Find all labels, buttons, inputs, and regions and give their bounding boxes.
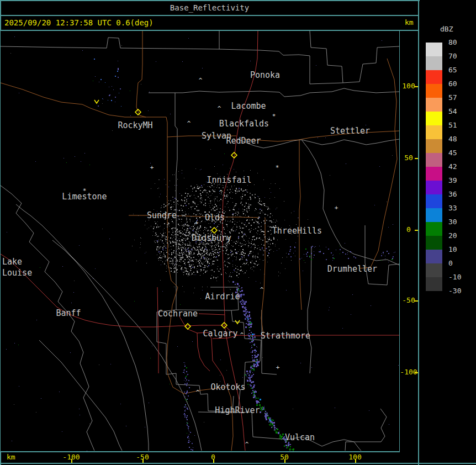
city-label-airdrie: Airdrie — [205, 292, 240, 302]
colorbar-swatch — [426, 56, 442, 70]
colorbar-swatch — [426, 70, 442, 84]
city-label-okotoks: Okotoks — [210, 382, 245, 392]
point-marker: ^ — [260, 286, 264, 293]
colorbar-tick-label: 10 — [448, 245, 473, 253]
city-label-olds: Olds — [205, 213, 225, 223]
point-marker: ^ — [240, 331, 244, 339]
colorbar-title: dBZ — [440, 25, 453, 33]
colorbar-tick-label: 20 — [448, 231, 473, 240]
y-tick-mark — [415, 230, 418, 231]
city-label-drumheller: Drumheller — [327, 264, 377, 274]
point-marker: * — [272, 113, 276, 120]
colorbar-tick-label: -30 — [448, 287, 473, 295]
colorbar-swatch — [426, 139, 442, 153]
city-label-innisfail: Innisfail — [207, 175, 251, 185]
colorbar-swatch — [426, 153, 442, 167]
colorbar-tick-label: 65 — [448, 66, 473, 74]
city-label-louise: Louise — [2, 268, 32, 278]
city-label-lacombe: Lacombe — [231, 101, 266, 111]
x-tick-mark — [213, 459, 214, 463]
city-label-stettler: Stettler — [330, 126, 370, 136]
point-marker: + — [195, 219, 199, 226]
colorbar-tick-label: 60 — [448, 80, 473, 88]
city-label-lake: Lake — [2, 257, 22, 267]
colorbar-swatch — [426, 222, 442, 236]
colorbar-swatch — [426, 250, 442, 263]
radar-map-viewport[interactable]: PonokaLacombeBlackfaldsSylvanRedDeerStet… — [1, 31, 399, 451]
city-label-highriver: HighRiver — [215, 405, 260, 415]
city-label-threehills: ThreeHills — [272, 226, 322, 236]
colorbar-swatch — [426, 84, 442, 98]
colorbar-tick-label: 0 — [448, 259, 473, 267]
colorbar-tick-label: 51 — [448, 121, 473, 129]
timestamp-label: 2025/09/20 12:37:58 UTC 0.6(deg) — [4, 18, 154, 27]
colorbar-tick-label: 42 — [448, 162, 473, 171]
colorbar-swatch — [426, 208, 442, 222]
point-marker: * — [276, 164, 279, 171]
city-label-strathmore: Strathmore — [261, 331, 310, 341]
city-label-ponoka: Ponoka — [250, 70, 280, 80]
point-marker: ^ — [218, 105, 221, 112]
x-tick-mark — [71, 459, 72, 463]
colorbar-swatch — [426, 277, 442, 291]
colorbar-swatch — [426, 181, 442, 194]
map-border-bottom — [1, 451, 400, 452]
colorbar-swatch — [426, 98, 442, 112]
colorbar-tick-label: 45 — [448, 149, 473, 157]
point-marker: + — [276, 364, 280, 371]
city-label-blackfalds: Blackfalds — [219, 119, 269, 129]
y-tick-mark — [415, 86, 418, 87]
point-marker: ^ — [196, 389, 200, 396]
x-tick-mark — [284, 459, 285, 463]
city-label-calgary: Calgary — [203, 329, 237, 339]
colorbar-tick-label: 80 — [448, 38, 473, 46]
colorbar-swatch — [426, 263, 442, 277]
colorbar-tick-label: 33 — [448, 204, 473, 212]
city-label-banff: Banff — [56, 308, 81, 318]
colorbar-tick-label: 39 — [448, 176, 473, 184]
point-marker: ^ — [219, 189, 223, 196]
x-axis-unit-label: km — [7, 453, 15, 461]
panel-divider — [418, 0, 419, 465]
point-marker: ^ — [199, 77, 203, 84]
checkmark-marker — [94, 100, 99, 103]
y-tick-mark — [415, 372, 418, 373]
x-tick-mark — [142, 459, 144, 463]
colorbar-swatch — [426, 167, 442, 181]
point-marker: + — [335, 204, 339, 212]
radar-site-marker — [211, 228, 217, 233]
colorbar-swatch — [426, 112, 442, 125]
radar-window: Base_Reflectivity 2025/09/20 12:37:58 UT… — [0, 0, 476, 465]
title-bar: Base_Reflectivity — [1, 1, 418, 15]
colorbar-swatch — [426, 43, 442, 56]
y-tick-mark — [415, 300, 418, 302]
city-label-cochrane: Cochrane — [158, 309, 198, 319]
point-marker: ^ — [187, 120, 191, 127]
city-label-didsbury: Didsbury — [192, 233, 231, 243]
titlebar-border — [1, 15, 418, 16]
colorbar-tick-label: 70 — [448, 52, 473, 60]
city-label-sundre: Sundre — [147, 210, 177, 220]
y-tick-mark — [415, 158, 418, 159]
x-tick-mark — [355, 459, 356, 463]
city-label-vulcan: Vulcan — [285, 432, 315, 442]
colorbar-tick-label: 48 — [448, 135, 473, 143]
colorbar-swatch — [426, 194, 442, 208]
y-axis-unit-label: km — [405, 18, 414, 27]
colorbar-tick-label: 57 — [448, 93, 473, 102]
window-border-bottom — [0, 463, 476, 464]
colorbar-tick-label: 36 — [448, 190, 473, 198]
window-title: Base_Reflectivity — [170, 3, 249, 12]
point-marker: + — [150, 164, 154, 171]
colorbar-tick-label: 30 — [448, 218, 473, 226]
city-label-rockymh: RockyMH — [118, 120, 152, 130]
colorbar-tick-label: 54 — [448, 107, 473, 115]
colorbar-swatch — [426, 236, 442, 250]
colorbar-tick-label: -10 — [448, 273, 473, 281]
city-label-reddeer: RedDeer — [226, 136, 261, 146]
point-marker: ^ — [245, 441, 249, 448]
colorbar-swatch — [426, 125, 442, 139]
point-marker: * — [83, 187, 87, 194]
